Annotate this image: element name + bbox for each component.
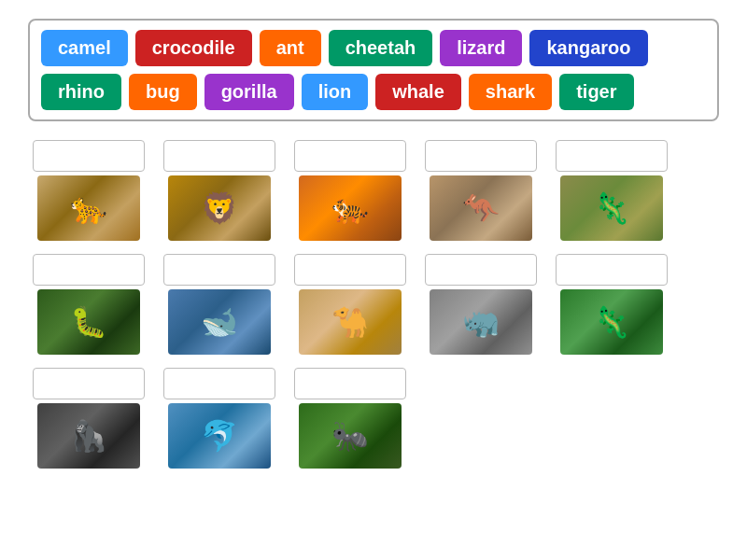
answer-box-lion[interactable] (163, 140, 275, 172)
answer-box-ant[interactable] (294, 368, 406, 399)
animal-image-camel: 🐪 (299, 289, 402, 355)
animal-icon-bug: 🐛 (37, 289, 140, 355)
word-tile-lion[interactable]: lion (302, 74, 369, 110)
word-tile-rhino[interactable]: rhino (41, 74, 121, 110)
answer-cell-gecko: 🦎 (551, 254, 672, 364)
answer-cell-lizard: 🦎 (551, 140, 672, 250)
animal-image-ant: 🐜 (299, 403, 402, 469)
answer-row-1: 🐛🐋🐪🦏🦎 (28, 254, 719, 364)
answer-cell-rhino: 🦏 (420, 254, 542, 364)
answer-grid: 🐆🦁🐅🦘🦎🐛🐋🐪🦏🦎🦍🐬🐜 (28, 140, 719, 482)
answer-box-rhino[interactable] (425, 254, 537, 286)
answer-box-gecko[interactable] (556, 254, 668, 286)
animal-icon-whale: 🐋 (168, 289, 271, 355)
answer-box-dolphin[interactable] (163, 368, 275, 399)
animal-icon-gorilla: 🦍 (37, 403, 140, 469)
word-tile-shark[interactable]: shark (469, 74, 552, 110)
word-tile-kangaroo[interactable]: kangaroo (529, 30, 647, 66)
answer-box-cheetah[interactable] (33, 140, 145, 172)
animal-icon-dolphin: 🐬 (168, 403, 271, 469)
word-tile-whale[interactable]: whale (375, 74, 461, 110)
animal-image-dolphin: 🐬 (168, 403, 271, 469)
animal-icon-camel: 🐪 (299, 289, 402, 355)
word-tile-lizard[interactable]: lizard (440, 30, 522, 66)
answer-box-gorilla[interactable] (33, 368, 145, 399)
animal-icon-gecko: 🦎 (560, 289, 663, 355)
word-tile-tiger[interactable]: tiger (559, 74, 633, 110)
answer-cell-camel: 🐪 (289, 254, 411, 364)
animal-image-kangaroo: 🦘 (430, 175, 532, 241)
answer-box-camel[interactable] (294, 254, 406, 286)
animal-icon-kangaroo: 🦘 (430, 175, 532, 241)
word-tile-bug[interactable]: bug (129, 74, 197, 110)
answer-cell-kangaroo: 🦘 (420, 140, 542, 250)
word-tile-ant[interactable]: ant (260, 30, 321, 66)
animal-icon-tiger: 🐅 (299, 175, 402, 241)
word-tile-crocodile[interactable]: crocodile (135, 30, 252, 66)
answer-cell-cheetah: 🐆 (28, 140, 149, 250)
answer-cell-tiger: 🐅 (289, 140, 411, 250)
animal-image-lion: 🦁 (168, 175, 271, 241)
answer-box-bug[interactable] (33, 254, 145, 286)
animal-icon-cheetah: 🐆 (37, 175, 140, 241)
animal-image-rhino: 🦏 (430, 289, 532, 355)
answer-box-kangaroo[interactable] (425, 140, 537, 172)
answer-row-2: 🦍🐬🐜 (28, 368, 719, 478)
animal-icon-lion: 🦁 (168, 175, 271, 241)
word-tile-gorilla[interactable]: gorilla (204, 74, 294, 110)
animal-image-lizard: 🦎 (560, 175, 663, 241)
animal-image-tiger: 🐅 (299, 175, 402, 241)
answer-row-0: 🐆🦁🐅🦘🦎 (28, 140, 719, 250)
answer-box-lizard[interactable] (556, 140, 668, 172)
animal-icon-rhino: 🦏 (430, 289, 532, 355)
animal-icon-ant: 🐜 (299, 403, 402, 469)
animal-image-whale: 🐋 (168, 289, 271, 355)
animal-icon-lizard: 🦎 (560, 175, 663, 241)
animal-image-gecko: 🦎 (560, 289, 663, 355)
answer-cell-dolphin: 🐬 (159, 368, 280, 478)
answer-box-whale[interactable] (163, 254, 275, 286)
answer-cell-gorilla: 🦍 (28, 368, 149, 478)
main-container: camelcrocodileantcheetahlizardkangaroorh… (0, 0, 747, 500)
word-tile-cheetah[interactable]: cheetah (329, 30, 433, 66)
answer-box-tiger[interactable] (294, 140, 406, 172)
animal-image-cheetah: 🐆 (37, 175, 140, 241)
animal-image-bug: 🐛 (37, 289, 140, 355)
answer-cell-bug: 🐛 (28, 254, 149, 364)
word-tile-camel[interactable]: camel (41, 30, 128, 66)
animal-image-gorilla: 🦍 (37, 403, 140, 469)
answer-cell-ant: 🐜 (289, 368, 411, 478)
word-bank: camelcrocodileantcheetahlizardkangaroorh… (28, 19, 719, 121)
answer-cell-lion: 🦁 (159, 140, 280, 250)
answer-cell-whale: 🐋 (159, 254, 280, 364)
